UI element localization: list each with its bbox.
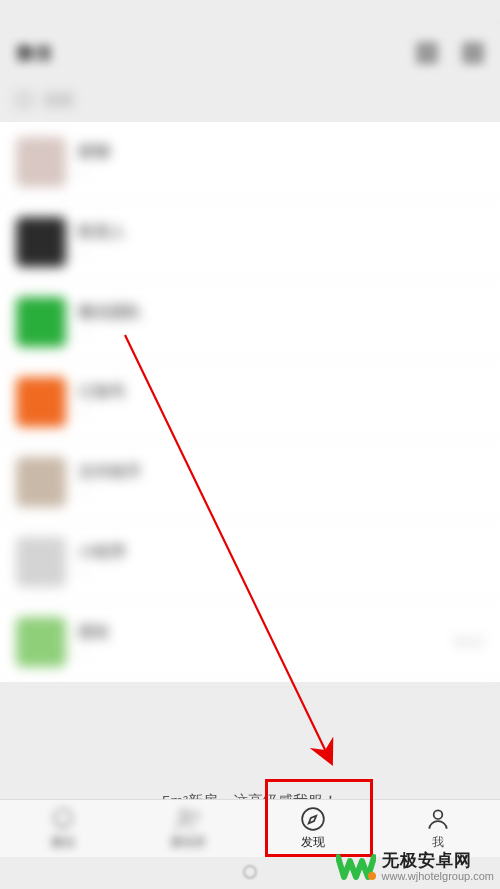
svg-point-5: [368, 872, 376, 880]
svg-point-0: [54, 809, 71, 826]
header-title: 微信: [16, 41, 52, 65]
chat-item[interactable]: 文件助手···: [0, 442, 500, 522]
chat-sub: ···: [78, 247, 484, 262]
status-bar: [0, 0, 500, 28]
avatar: [16, 297, 66, 347]
chat-item[interactable]: 联系人···: [0, 202, 500, 282]
chat-name: 小程序: [78, 542, 484, 563]
tab-contacts[interactable]: 通讯录: [125, 800, 250, 857]
svg-point-1: [180, 810, 189, 819]
chat-text: 群聊···: [78, 142, 484, 182]
tab-contacts-label: 通讯录: [170, 834, 206, 851]
chat-name: 订阅号: [78, 382, 484, 403]
chat-text: 小程序···: [78, 542, 484, 582]
avatar: [16, 217, 66, 267]
chat-sub: ···: [78, 487, 484, 502]
compass-icon: [300, 806, 326, 832]
chat-text: 微信团队···: [78, 302, 484, 342]
header-actions: [416, 42, 484, 64]
tab-chat[interactable]: 微信: [0, 800, 125, 857]
chat-sub: ···: [78, 567, 484, 582]
chat-sub: ···: [78, 647, 454, 662]
chat-sub: ···: [78, 407, 484, 422]
chat-name: 群聊: [78, 142, 484, 163]
search-bar[interactable]: 搜索: [0, 78, 500, 122]
svg-point-3: [433, 810, 442, 819]
chat-text: 联系人···: [78, 222, 484, 262]
chat-time: 20:21: [454, 635, 484, 649]
chat-item[interactable]: 微信团队···: [0, 282, 500, 362]
avatar: [16, 457, 66, 507]
tab-discover-label: 发现: [301, 834, 325, 851]
tab-chat-label: 微信: [51, 834, 75, 851]
chat-name: 微信团队: [78, 302, 484, 323]
chat-sub: ···: [78, 327, 484, 342]
watermark-title: 无极安卓网: [382, 852, 495, 871]
chat-sub: ···: [78, 167, 484, 182]
contacts-icon: [175, 806, 201, 832]
chat-item[interactable]: 朋友···20:21: [0, 602, 500, 682]
watermark-logo: [336, 847, 376, 887]
chat-text: 文件助手···: [78, 462, 484, 502]
chat-item[interactable]: 群聊···: [0, 122, 500, 202]
avatar: [16, 537, 66, 587]
person-icon: [425, 806, 451, 832]
android-nav-indicator: [243, 865, 257, 879]
app-header: 微信: [0, 28, 500, 78]
chat-name: 文件助手: [78, 462, 484, 483]
add-icon[interactable]: [462, 42, 484, 64]
svg-point-2: [302, 808, 324, 830]
chat-text: 订阅号···: [78, 382, 484, 422]
avatar: [16, 617, 66, 667]
search-icon: [16, 92, 32, 108]
avatar: [16, 377, 66, 427]
chat-item[interactable]: 订阅号···: [0, 362, 500, 442]
watermark: 无极安卓网 www.wjhotelgroup.com: [336, 847, 495, 887]
watermark-url: www.wjhotelgroup.com: [382, 870, 495, 882]
chat-name: 联系人: [78, 222, 484, 243]
avatar: [16, 137, 66, 187]
search-icon[interactable]: [416, 42, 438, 64]
chat-list: 群聊···联系人···微信团队···订阅号···文件助手···小程序···朋友·…: [0, 122, 500, 682]
chat-icon: [50, 806, 76, 832]
chat-name: 朋友: [78, 622, 454, 643]
search-placeholder: 搜索: [44, 91, 74, 110]
chat-text: 朋友···: [78, 622, 454, 662]
chat-item[interactable]: 小程序···: [0, 522, 500, 602]
